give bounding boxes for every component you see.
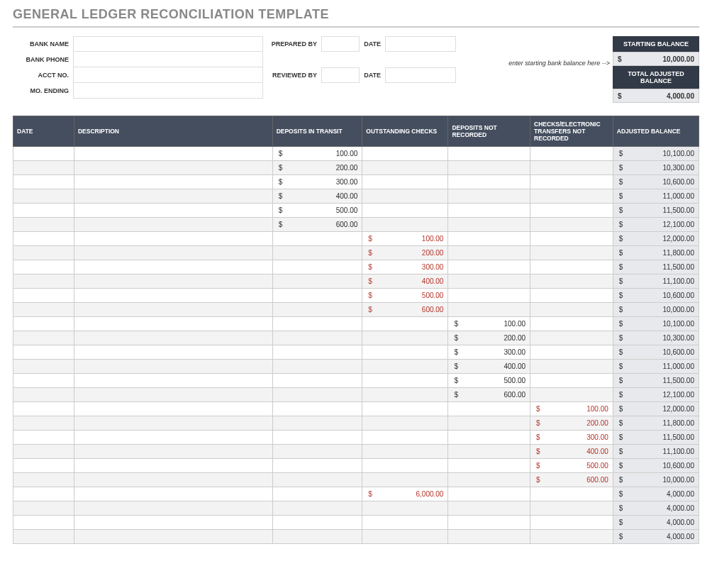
table-cell[interactable] <box>530 218 613 232</box>
table-cell[interactable] <box>448 218 530 232</box>
table-cell[interactable] <box>362 360 448 374</box>
table-cell[interactable] <box>362 189 448 204</box>
table-cell[interactable] <box>362 530 448 544</box>
table-cell[interactable]: $10,300.00 <box>613 161 699 175</box>
table-cell[interactable] <box>272 487 362 501</box>
table-cell[interactable]: $10,000.00 <box>613 303 699 317</box>
table-cell[interactable] <box>272 303 362 317</box>
table-cell[interactable]: $400.00 <box>530 445 613 459</box>
table-cell[interactable] <box>74 303 272 317</box>
table-cell[interactable] <box>448 189 530 204</box>
table-cell[interactable]: $11,500.00 <box>613 260 699 274</box>
table-cell[interactable] <box>530 317 613 331</box>
table-cell[interactable] <box>362 388 448 402</box>
table-cell[interactable]: $12,100.00 <box>613 388 699 402</box>
table-cell[interactable] <box>74 161 272 175</box>
table-cell[interactable]: $500.00 <box>362 289 448 303</box>
table-cell[interactable] <box>362 445 448 459</box>
table-cell[interactable] <box>448 289 530 303</box>
table-cell[interactable] <box>448 274 530 289</box>
table-cell[interactable] <box>448 487 530 501</box>
table-cell[interactable] <box>530 374 613 388</box>
table-cell[interactable] <box>13 274 74 289</box>
table-cell[interactable] <box>74 516 272 530</box>
table-cell[interactable]: $11,500.00 <box>613 431 699 445</box>
table-cell[interactable] <box>272 445 362 459</box>
table-cell[interactable] <box>530 189 613 204</box>
table-cell[interactable] <box>13 331 74 345</box>
table-cell[interactable] <box>13 246 74 260</box>
table-cell[interactable] <box>362 374 448 388</box>
table-cell[interactable] <box>74 175 272 189</box>
table-cell[interactable]: $500.00 <box>272 204 362 218</box>
table-cell[interactable]: $600.00 <box>362 303 448 317</box>
table-cell[interactable] <box>530 161 613 175</box>
table-cell[interactable]: $300.00 <box>362 260 448 274</box>
table-cell[interactable] <box>13 388 74 402</box>
table-cell[interactable]: $600.00 <box>272 218 362 232</box>
table-cell[interactable] <box>13 487 74 501</box>
table-cell[interactable] <box>13 374 74 388</box>
prepared-by-input[interactable] <box>321 36 360 52</box>
table-cell[interactable] <box>13 501 74 516</box>
table-cell[interactable]: $100.00 <box>448 317 530 331</box>
table-cell[interactable] <box>272 402 362 416</box>
table-cell[interactable] <box>13 445 74 459</box>
table-cell[interactable] <box>13 431 74 445</box>
table-cell[interactable] <box>530 289 613 303</box>
table-cell[interactable] <box>13 175 74 189</box>
table-cell[interactable]: $200.00 <box>272 161 362 175</box>
table-cell[interactable]: $11,000.00 <box>613 189 699 204</box>
table-cell[interactable] <box>272 345 362 360</box>
table-cell[interactable]: $200.00 <box>448 331 530 345</box>
table-cell[interactable] <box>530 487 613 501</box>
table-cell[interactable] <box>74 260 272 274</box>
table-cell[interactable] <box>530 331 613 345</box>
table-cell[interactable]: $300.00 <box>448 345 530 360</box>
table-cell[interactable] <box>272 260 362 274</box>
table-cell[interactable] <box>13 317 74 331</box>
table-cell[interactable] <box>13 147 74 161</box>
table-cell[interactable] <box>13 516 74 530</box>
table-cell[interactable] <box>272 246 362 260</box>
table-cell[interactable] <box>362 459 448 473</box>
table-cell[interactable] <box>362 345 448 360</box>
table-cell[interactable] <box>448 459 530 473</box>
table-cell[interactable] <box>530 175 613 189</box>
table-cell[interactable] <box>362 161 448 175</box>
table-cell[interactable] <box>530 274 613 289</box>
table-cell[interactable] <box>362 402 448 416</box>
table-cell[interactable]: $200.00 <box>530 416 613 431</box>
table-cell[interactable] <box>13 345 74 360</box>
table-cell[interactable] <box>272 331 362 345</box>
table-cell[interactable]: $11,500.00 <box>613 374 699 388</box>
table-cell[interactable] <box>272 473 362 487</box>
table-cell[interactable] <box>74 147 272 161</box>
table-cell[interactable]: $11,500.00 <box>613 204 699 218</box>
table-cell[interactable] <box>74 374 272 388</box>
table-cell[interactable]: $10,100.00 <box>613 317 699 331</box>
table-cell[interactable] <box>74 416 272 431</box>
table-cell[interactable]: $10,600.00 <box>613 345 699 360</box>
table-cell[interactable]: $300.00 <box>530 431 613 445</box>
table-cell[interactable]: $4,000.00 <box>613 487 699 501</box>
table-cell[interactable] <box>74 189 272 204</box>
table-cell[interactable] <box>448 147 530 161</box>
table-cell[interactable]: $100.00 <box>362 232 448 246</box>
table-cell[interactable] <box>74 232 272 246</box>
table-cell[interactable] <box>272 416 362 431</box>
table-cell[interactable]: $11,000.00 <box>613 360 699 374</box>
table-cell[interactable] <box>74 289 272 303</box>
table-cell[interactable] <box>448 204 530 218</box>
table-cell[interactable]: $10,600.00 <box>613 175 699 189</box>
table-cell[interactable] <box>13 303 74 317</box>
table-cell[interactable] <box>13 402 74 416</box>
table-cell[interactable] <box>272 431 362 445</box>
table-cell[interactable] <box>272 530 362 544</box>
table-cell[interactable] <box>13 218 74 232</box>
table-cell[interactable]: $600.00 <box>530 473 613 487</box>
table-cell[interactable] <box>530 232 613 246</box>
mo-ending-input[interactable] <box>73 83 263 99</box>
table-cell[interactable]: $11,100.00 <box>613 274 699 289</box>
table-cell[interactable] <box>448 303 530 317</box>
